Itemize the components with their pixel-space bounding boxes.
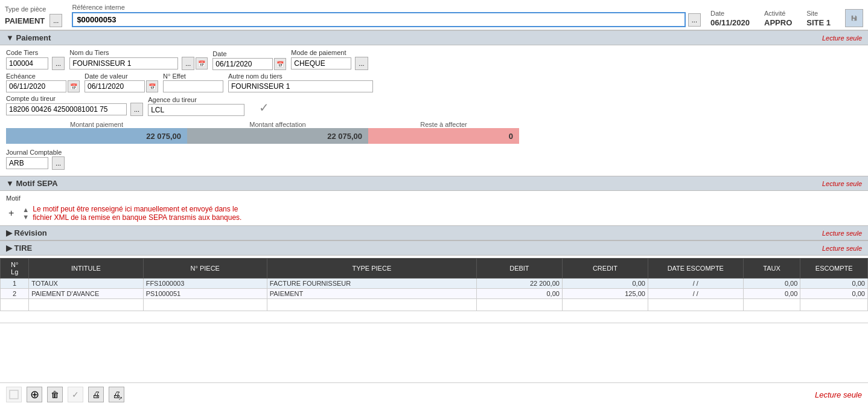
activite-label: Activité [764, 10, 792, 17]
paiement-readonly: Lecture seule [822, 34, 862, 42]
form-row-3: Compte du tireur ... Agence du tireur ✓ [6, 95, 862, 116]
type-piece-label: Type de pièce [5, 5, 62, 13]
revision-section-header[interactable]: ▶ Révision Lecture seule [0, 225, 868, 240]
activite-field: Activité APPRO [764, 10, 792, 27]
tire-readonly: Lecture seule [822, 245, 862, 252]
new-record-btn[interactable]: ⊕ [27, 387, 42, 402]
table-cell: PAIEMENT D'AVANCE [29, 289, 143, 299]
col-n-piece: N° PIECE [143, 259, 267, 279]
table-cell: TOTAUX [29, 279, 143, 289]
date-label: Date [710, 10, 750, 17]
date-valeur-input[interactable] [85, 80, 145, 92]
delete-btn[interactable]: 🗑 [47, 387, 63, 402]
table-cell: 2 [1, 289, 29, 299]
date-valeur-cal-btn[interactable]: 📅 [146, 80, 158, 92]
n-effet-field: N° Effet [163, 72, 223, 92]
reste-affecter-header: Reste à affecter [368, 121, 519, 128]
motif-info: ▲ ▼ Le motif peut être renseigné ici man… [22, 205, 241, 222]
add-motif-btn[interactable]: + [6, 208, 16, 219]
compte-tireur-label: Compte du tireur [6, 95, 143, 102]
ref-interne-group: Référence interne ... [72, 4, 701, 27]
table-row[interactable]: 1TOTAUXFFS1000003FACTURE FOURNISSEUR22 2… [1, 279, 868, 289]
ref-interne-dots-btn[interactable]: ... [688, 13, 701, 27]
echeance-input[interactable] [6, 80, 66, 92]
svg-rect-0 [10, 390, 18, 399]
col-taux: TAUX [743, 259, 800, 279]
col-type-piece: TYPE PIECE [267, 259, 476, 279]
n-effet-input[interactable] [163, 80, 223, 92]
table-cell: FACTURE FOURNISSEUR [267, 279, 476, 289]
motif-body: Motif + ▲ ▼ Le motif peut être renseigné… [0, 191, 868, 225]
table-cell: PS1000051 [143, 289, 267, 299]
mode-paiement-input[interactable] [291, 57, 351, 69]
motif-label-row: Motif [6, 195, 862, 202]
autre-nom-tiers-field: Autre nom du tiers [228, 72, 373, 92]
compte-tireur-btn[interactable]: ... [130, 103, 143, 116]
table-empty-row [0, 311, 868, 323]
type-piece-dots-btn[interactable]: ... [49, 14, 62, 27]
date-valeur-field: Date de valeur 📅 [85, 72, 158, 92]
save-icon [850, 14, 858, 22]
col-date-escompte: DATE ESCOMPTE [648, 259, 743, 279]
print2-btn[interactable]: 🖨↗ [109, 387, 124, 402]
journal-row: Journal Comptable ... [6, 149, 862, 170]
header-right: Date 06/11/2020 Activité APPRO Site SITE… [710, 9, 863, 27]
motif-info-row: + ▲ ▼ Le motif peut être renseigné ici m… [6, 205, 862, 222]
table-cell: 22 200,00 [476, 279, 562, 289]
save-button[interactable] [845, 9, 863, 27]
motif-sepa-section-header[interactable]: ▼ Motif SEPA Lecture seule [0, 176, 868, 191]
table-row[interactable]: 2PAIEMENT D'AVANCEPS1000051PAIEMENT0,001… [1, 289, 868, 299]
bottom-readonly-label: Lecture seule [815, 390, 862, 399]
validate-btn[interactable]: ✓ [68, 387, 83, 402]
bottom-toolbar: ⊕ 🗑 ✓ 🖨 🖨↗ [6, 387, 124, 402]
journal-input[interactable] [6, 157, 48, 169]
code-tiers-btn[interactable]: ... [52, 57, 65, 70]
ref-interne-input[interactable] [72, 12, 685, 27]
type-piece-value: PAIEMENT [5, 16, 45, 25]
site-value: SITE 1 [806, 18, 831, 27]
tire-section-header[interactable]: ▶ TIRE Lecture seule [0, 240, 868, 256]
journal-label: Journal Comptable [6, 149, 65, 156]
table-cell: 0,00 [562, 279, 648, 289]
date-paiement-label: Date [212, 50, 286, 57]
paiement-section-header[interactable]: ▼ Paiement Lecture seule [0, 30, 868, 45]
nom-tiers-cal-btn[interactable]: 📅 [196, 57, 208, 69]
form-row-1: Code Tiers ... Nom du Tiers ... 📅 Date 📅… [6, 49, 862, 70]
montant-affectation-header: Montant affectation [187, 121, 368, 128]
code-tiers-input[interactable] [6, 57, 48, 69]
checkbox-icon [9, 390, 19, 399]
nom-tiers-btn[interactable]: ... [182, 57, 194, 70]
print-btn[interactable]: 🖨 [88, 387, 104, 402]
table-cell: 125,00 [562, 289, 648, 299]
motif-info-text: Le motif peut être renseigné ici manuell… [33, 205, 241, 222]
col-escompte: ESCOMPTE [800, 259, 868, 279]
bottom-bar: ⊕ 🗑 ✓ 🖨 🖨↗ Lecture seule [0, 382, 868, 406]
date-paiement-cal-btn[interactable]: 📅 [274, 58, 286, 70]
table-cell: 1 [1, 279, 29, 289]
table-cell: 0,00 [743, 289, 800, 299]
compte-tireur-input[interactable] [6, 103, 127, 115]
montant-affectation-value: 22 075,00 [187, 128, 368, 144]
amount-headers-row: Montant paiement Montant affectation Res… [6, 121, 862, 128]
revision-readonly: Lecture seule [822, 230, 862, 237]
agence-tireur-input[interactable] [148, 104, 244, 116]
col-intitule: INTITULE [29, 259, 143, 279]
table-header-row: N°Lg INTITULE N° PIECE TYPE PIECE DEBIT … [1, 259, 868, 279]
nom-tiers-input[interactable] [69, 57, 178, 69]
table-cell: 0,00 [743, 279, 800, 289]
checkbox-btn[interactable] [6, 387, 22, 402]
table-cell: 0,00 [800, 289, 868, 299]
autre-nom-tiers-input[interactable] [228, 80, 373, 92]
date-paiement-input[interactable] [212, 58, 273, 70]
nom-tiers-field: Nom du Tiers ... 📅 [69, 49, 208, 70]
compte-tireur-field: Compte du tireur ... [6, 95, 143, 116]
echeance-cal-btn[interactable]: 📅 [68, 80, 80, 92]
mode-paiement-btn[interactable]: ... [355, 57, 368, 70]
nom-tiers-label: Nom du Tiers [69, 49, 208, 56]
table-cell: / / [648, 289, 743, 299]
montant-paiement-header: Montant paiement [6, 121, 187, 128]
motif-arrows: ▲ ▼ [22, 206, 29, 221]
code-tiers-field: Code Tiers ... [6, 49, 65, 70]
journal-btn[interactable]: ... [52, 156, 65, 170]
motif-sepa-title: ▼ Motif SEPA [6, 179, 58, 188]
